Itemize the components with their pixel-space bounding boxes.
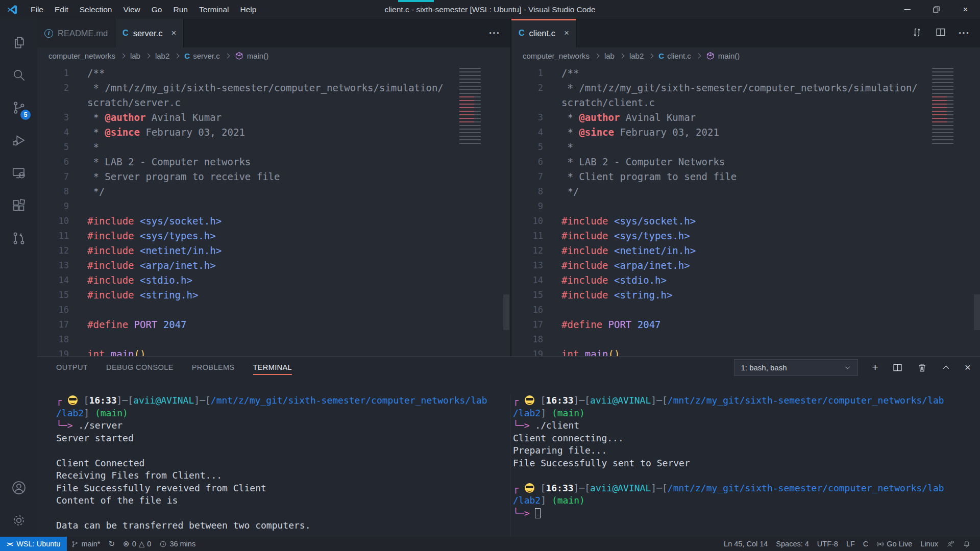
- search-icon[interactable]: [0, 59, 37, 91]
- code-line[interactable]: 13#include <arpa/inet.h>: [511, 258, 980, 273]
- breadcrumb-item[interactable]: computer_networks: [523, 52, 590, 60]
- code-line[interactable]: 14#include <stdio.h>: [511, 273, 980, 288]
- menu-selection[interactable]: Selection: [74, 0, 118, 19]
- run-debug-icon[interactable]: [0, 124, 37, 157]
- remote-explorer-icon[interactable]: [0, 157, 37, 189]
- encoding-item[interactable]: UTF-8: [813, 537, 842, 551]
- code-line[interactable]: 6 * LAB 2 - Computer networks: [37, 155, 510, 169]
- breadcrumb[interactable]: computer_networks lab lab2 C server.c ma…: [37, 47, 510, 64]
- code-line[interactable]: 14#include <stdio.h>: [37, 273, 510, 288]
- code-line[interactable]: 4 * @since February 03, 2021: [511, 125, 980, 140]
- feedback-item[interactable]: [942, 537, 959, 551]
- code-line[interactable]: 13#include <arpa/inet.h>: [37, 258, 510, 273]
- extensions-icon[interactable]: [0, 189, 37, 222]
- terminal-server[interactable]: ┌ [16:33]─[avii@AVINAL]─[/mnt/z/my_git/s…: [37, 394, 510, 537]
- sync-changes-item[interactable]: ↻: [105, 537, 119, 551]
- breadcrumb-item[interactable]: client.c: [667, 52, 691, 60]
- menu-run[interactable]: Run: [167, 0, 193, 19]
- code-line[interactable]: 2 * /mnt/z/my_git/sixth-semester/compute…: [37, 81, 510, 95]
- notifications-item[interactable]: [959, 537, 975, 551]
- terminal-select[interactable]: 1: bash, bash: [734, 359, 858, 376]
- menu-view[interactable]: View: [117, 0, 145, 19]
- code-line[interactable]: 16: [37, 303, 510, 317]
- code-line[interactable]: 7 * Client program to send file: [511, 169, 980, 184]
- code-line[interactable]: 11#include <sys/types.h>: [37, 229, 510, 243]
- tab-debug-console[interactable]: DEBUG CONSOLE: [106, 357, 174, 378]
- code-line[interactable]: 4 * @since February 03, 2021: [37, 125, 510, 140]
- source-control-icon[interactable]: 5: [0, 91, 37, 124]
- code-line[interactable]: 17#define PORT 2047: [37, 317, 510, 332]
- code-line[interactable]: 19int main(): [37, 347, 510, 356]
- tab-client-c[interactable]: C client.c ×: [511, 19, 577, 47]
- breadcrumb-item[interactable]: lab: [130, 52, 140, 60]
- code-line[interactable]: 11#include <sys/types.h>: [511, 229, 980, 243]
- code-line[interactable]: 10#include <sys/socket.h>: [511, 214, 980, 229]
- terminal-client[interactable]: ┌ [16:33]─[avii@AVINAL]─[/mnt/z/my_git/s…: [510, 394, 980, 537]
- tab-problems[interactable]: PROBLEMS: [192, 357, 235, 378]
- go-live-item[interactable]: Go Live: [872, 537, 916, 551]
- code-line[interactable]: 15#include <string.h>: [511, 288, 980, 303]
- close-tab-icon[interactable]: ×: [564, 28, 569, 38]
- code-line[interactable]: 18: [511, 332, 980, 347]
- code-editor-client[interactable]: 1/**2 * /mnt/z/my_git/sixth-semester/com…: [511, 64, 980, 356]
- pull-requests-icon[interactable]: [0, 222, 37, 255]
- scrollbar[interactable]: [974, 294, 980, 330]
- problems-item[interactable]: ⊗ 0 △ 0: [119, 537, 155, 551]
- os-item[interactable]: Linux: [916, 537, 942, 551]
- code-line[interactable]: 8 */: [37, 184, 510, 199]
- tab-server-c[interactable]: C server.c ×: [115, 19, 184, 47]
- close-tab-icon[interactable]: ×: [171, 28, 176, 38]
- minimap[interactable]: [932, 68, 959, 144]
- code-line[interactable]: 12#include <netinet/in.h>: [37, 243, 510, 258]
- minimap[interactable]: [459, 68, 486, 144]
- breadcrumb-item[interactable]: lab2: [629, 52, 644, 60]
- breadcrumb-item[interactable]: lab2: [155, 52, 169, 60]
- tab-output[interactable]: OUTPUT: [56, 357, 88, 378]
- timer-item[interactable]: 36 mins: [155, 537, 200, 551]
- close-button[interactable]: ×: [951, 0, 980, 19]
- code-line[interactable]: 12#include <netinet/in.h>: [511, 243, 980, 258]
- split-terminal-icon[interactable]: [892, 362, 903, 373]
- new-terminal-icon[interactable]: +: [872, 361, 878, 373]
- minimize-button[interactable]: ─: [893, 0, 922, 19]
- code-line[interactable]: 6 * LAB 2 - Computer Networks: [511, 155, 980, 169]
- code-line[interactable]: 18: [37, 332, 510, 347]
- breadcrumb-item[interactable]: main(): [247, 52, 269, 60]
- tab-terminal[interactable]: TERMINAL: [253, 357, 292, 378]
- menu-edit[interactable]: Edit: [49, 0, 74, 19]
- breadcrumb[interactable]: computer_networks lab lab2 C client.c ma…: [511, 47, 980, 64]
- close-panel-icon[interactable]: ×: [965, 361, 971, 373]
- eol-item[interactable]: LF: [842, 537, 859, 551]
- code-line[interactable]: 2 * /mnt/z/my_git/sixth-semester/compute…: [511, 81, 980, 95]
- kill-terminal-icon[interactable]: [917, 362, 927, 373]
- menu-go[interactable]: Go: [146, 0, 168, 19]
- code-line[interactable]: 17#define PORT 2047: [511, 317, 980, 332]
- account-icon[interactable]: [0, 471, 37, 504]
- code-line[interactable]: 5 *: [37, 140, 510, 155]
- menu-terminal[interactable]: Terminal: [193, 0, 235, 19]
- maximize-restore-button[interactable]: [922, 0, 951, 19]
- code-line[interactable]: 5 *: [511, 140, 980, 155]
- code-line[interactable]: 10#include <sys/socket.h>: [37, 214, 510, 229]
- scrollbar[interactable]: [503, 294, 509, 330]
- more-actions-icon[interactable]: ···: [959, 28, 970, 39]
- code-line[interactable]: 15#include <string.h>: [37, 288, 510, 303]
- code-line[interactable]: 3 * @author Avinal Kumar: [511, 110, 980, 125]
- menu-help[interactable]: Help: [235, 0, 262, 19]
- remote-indicator[interactable]: >< WSL: Ubuntu: [0, 537, 67, 551]
- breadcrumb-item[interactable]: server.c: [193, 52, 220, 60]
- code-line[interactable]: 9: [37, 199, 510, 214]
- split-editor-icon[interactable]: [935, 27, 946, 40]
- code-editor-server[interactable]: 1/**2 * /mnt/z/my_git/sixth-semester/com…: [37, 64, 510, 356]
- code-line[interactable]: 9: [511, 199, 980, 214]
- code-line[interactable]: 1/**: [511, 66, 980, 81]
- breadcrumb-item[interactable]: lab: [604, 52, 615, 60]
- settings-gear-icon[interactable]: [0, 504, 37, 537]
- indentation-item[interactable]: Spaces: 4: [772, 537, 813, 551]
- code-line[interactable]: 19int main(): [511, 347, 980, 356]
- breadcrumb-item[interactable]: computer_networks: [48, 52, 115, 60]
- code-line[interactable]: 16: [511, 303, 980, 317]
- explorer-icon[interactable]: [0, 26, 37, 59]
- compare-changes-icon[interactable]: [911, 27, 923, 40]
- code-line[interactable]: 1/**: [37, 66, 510, 81]
